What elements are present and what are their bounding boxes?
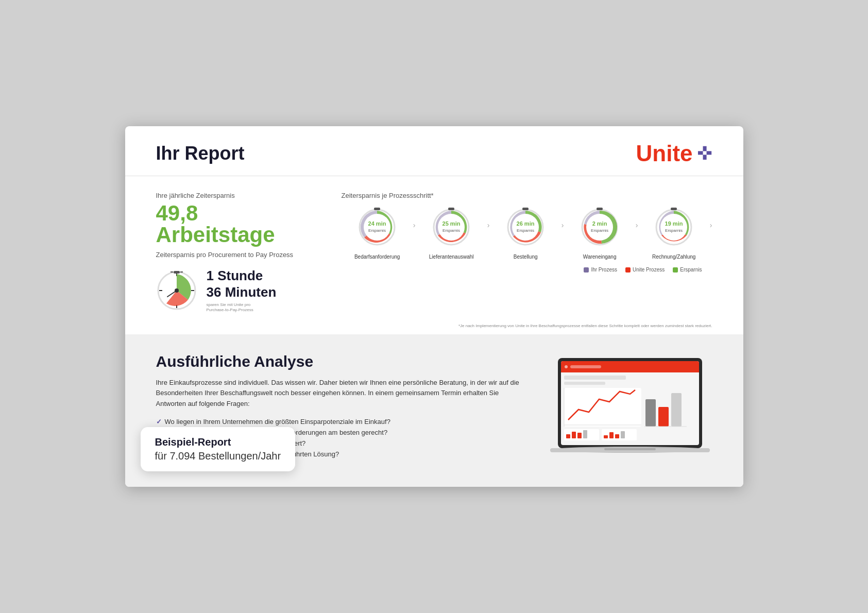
svg-rect-58 bbox=[609, 432, 614, 438]
svg-text:Ersparnis: Ersparnis bbox=[442, 228, 460, 233]
svg-rect-16 bbox=[448, 208, 454, 210]
step-bedarfsanforderung: 24 min Ersparnis Bedarfs­anforderung bbox=[342, 207, 413, 260]
unite-brand-text: Unite bbox=[636, 141, 693, 166]
top-section: Ihre jährliche Zeitersparnis 49,8 Arbeit… bbox=[125, 176, 743, 323]
time-note: sparen Sie mit Unite proPurchase-to-Pay-… bbox=[207, 302, 277, 313]
arrow-5: › bbox=[710, 207, 712, 229]
legend-ihr-prozess: Ihr Prozess bbox=[584, 267, 617, 273]
svg-text:24 min: 24 min bbox=[368, 220, 386, 227]
svg-point-40 bbox=[565, 365, 568, 368]
badge-title: Beispiel-Report bbox=[155, 436, 281, 448]
step-label-1: Bedarfs­anforderung bbox=[354, 254, 400, 260]
time-info: 1 Stunde 36 Minuten sparen Sie mit Unite… bbox=[207, 268, 277, 313]
svg-rect-63 bbox=[604, 448, 656, 450]
legend-row: Ihr Prozess Unite Prozess Ersparnis bbox=[342, 267, 712, 273]
legend-ersparnis: Ersparnis bbox=[673, 267, 702, 273]
time-minutes: 36 Minuten bbox=[207, 284, 277, 300]
sub-label: Zeitersparnis pro Procurement to Pay Pro… bbox=[156, 251, 321, 259]
svg-rect-49 bbox=[671, 393, 682, 427]
svg-rect-26 bbox=[597, 208, 603, 210]
svg-rect-42 bbox=[564, 376, 626, 380]
annual-label: Ihre jährliche Zeitersparnis bbox=[156, 192, 321, 199]
page-wrapper: Ihr Report Unite ✜ Ihre jährliche Zeiter… bbox=[125, 126, 743, 486]
svg-point-12 bbox=[364, 214, 390, 241]
svg-text:25 min: 25 min bbox=[442, 220, 461, 227]
step-bestellung: 26 min Ersparnis Bestellung bbox=[490, 207, 561, 260]
legend-dot-ihr bbox=[584, 267, 589, 273]
svg-rect-43 bbox=[564, 382, 605, 385]
svg-text:Ersparnis: Ersparnis bbox=[665, 228, 683, 233]
legend-label-ihr: Ihr Prozess bbox=[591, 267, 617, 273]
legend-dot-unite bbox=[625, 267, 631, 273]
laptop-mockup bbox=[548, 353, 712, 466]
step-rechnung: 19 min Ersparnis Rechnung/Zahlung bbox=[638, 207, 710, 260]
svg-text:Ersparnis: Ersparnis bbox=[517, 228, 534, 233]
svg-text:2 min: 2 min bbox=[592, 220, 607, 227]
legend-label-ersparnis: Ersparnis bbox=[680, 267, 702, 273]
step-label-5: Rechnung/Zahlung bbox=[652, 254, 696, 260]
legend-label-unite: Unite Prozess bbox=[633, 267, 665, 273]
right-panel: Zeitersparnis je Prozessschritt* 24 min … bbox=[342, 192, 712, 313]
svg-point-22 bbox=[512, 214, 539, 241]
badge-subtitle: für 7.094 Bestellungen/Jahr bbox=[155, 450, 281, 462]
svg-rect-47 bbox=[645, 399, 656, 427]
analysis-title: Ausführliche Analyse bbox=[156, 353, 527, 370]
svg-rect-11 bbox=[374, 208, 380, 210]
svg-rect-60 bbox=[621, 431, 625, 438]
step-wareneingang: 2 min Ersparnis Wareneingang bbox=[564, 207, 636, 260]
svg-rect-21 bbox=[522, 208, 529, 210]
legend-unite-prozess: Unite Prozess bbox=[625, 267, 665, 273]
svg-rect-53 bbox=[572, 432, 576, 438]
svg-text:19 min: 19 min bbox=[665, 220, 683, 227]
gauge-lieferantenauswahl: 25 min Ersparnis bbox=[431, 207, 472, 248]
gauge-bestellung: 26 min Ersparnis bbox=[505, 207, 546, 248]
svg-point-32 bbox=[660, 214, 687, 241]
step-label-2: Lieferantenauswahl bbox=[429, 254, 474, 260]
svg-rect-41 bbox=[570, 365, 601, 368]
big-number: 49,8 Arbeitstage bbox=[156, 202, 321, 246]
svg-rect-5 bbox=[174, 271, 180, 274]
laptop-container bbox=[548, 353, 712, 468]
left-panel: Ihre jährliche Zeitersparnis 49,8 Arbeit… bbox=[156, 192, 321, 313]
clock-row: 1 Stunde 36 Minuten sparen Sie mit Unite… bbox=[156, 268, 321, 313]
page-title: Ihr Report bbox=[156, 143, 245, 164]
svg-rect-55 bbox=[583, 430, 587, 438]
svg-rect-54 bbox=[577, 433, 582, 438]
badge-overlay: Beispiel-Report für 7.094 Bestellungen/J… bbox=[141, 427, 296, 471]
step-label-3: Bestellung bbox=[514, 254, 538, 260]
unite-logo: Unite ✜ bbox=[636, 141, 712, 166]
svg-text:Ersparnis: Ersparnis bbox=[591, 228, 608, 233]
legend-dot-ersparnis bbox=[673, 267, 678, 273]
step-lieferantenauswahl: 25 min Ersparnis Lieferantenauswahl bbox=[416, 207, 487, 260]
svg-rect-59 bbox=[615, 434, 619, 438]
analysis-body: Ihre Einkaufsprozesse sind individuell. … bbox=[156, 378, 527, 410]
gauge-bedarfsanforderung: 24 min Ersparnis bbox=[356, 207, 398, 248]
svg-rect-57 bbox=[604, 435, 608, 438]
svg-point-27 bbox=[586, 214, 613, 241]
time-hours: 1 Stunde bbox=[207, 268, 277, 284]
svg-point-17 bbox=[438, 214, 465, 241]
gauge-wareneingang: 2 min Ersparnis bbox=[579, 207, 620, 248]
clock-icon bbox=[156, 270, 197, 311]
footnote: *Je nach Implementierung von Unite in Ih… bbox=[125, 323, 743, 334]
gauge-rechnung: 19 min Ersparnis bbox=[653, 207, 694, 248]
svg-text:Ersparnis: Ersparnis bbox=[368, 228, 386, 233]
step-label-4: Wareneingang bbox=[583, 254, 617, 260]
unite-logo-icon: ✜ bbox=[697, 143, 712, 164]
svg-rect-48 bbox=[658, 407, 669, 427]
svg-rect-31 bbox=[671, 208, 677, 210]
svg-rect-39 bbox=[561, 368, 699, 372]
process-label: Zeitersparnis je Prozessschritt* bbox=[342, 192, 712, 199]
svg-rect-52 bbox=[566, 434, 570, 438]
checklist-item-1: Wo liegen in Ihrem Unternehmen die größt… bbox=[156, 418, 527, 425]
steps-row: 24 min Ersparnis Bedarfs­anforderung › bbox=[342, 207, 712, 260]
header: Ihr Report Unite ✜ bbox=[125, 126, 743, 176]
svg-text:26 min: 26 min bbox=[517, 220, 535, 227]
